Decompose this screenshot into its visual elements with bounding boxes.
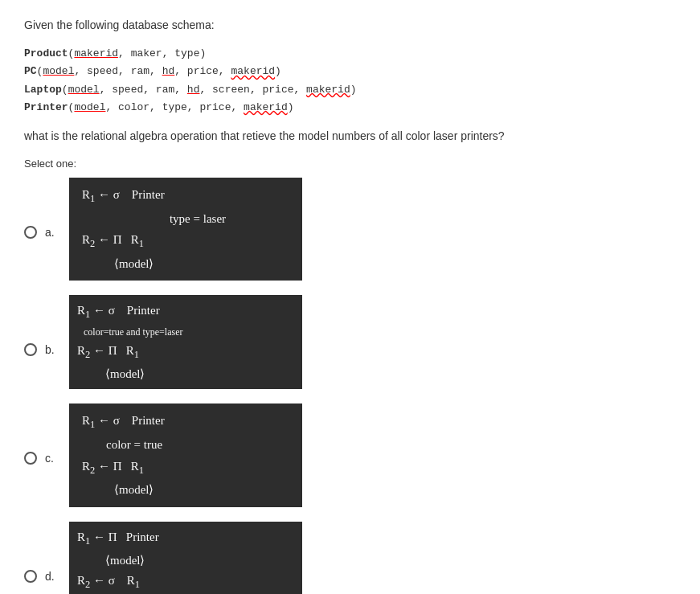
option-c-line3: R2 ← Π R1 — [82, 457, 289, 478]
option-d-item: d. R1 ← Π Printer ⟨model⟩ R2 ← σ R1 colo… — [24, 522, 676, 594]
option-a-line1: R1 ← σ Printer — [82, 186, 289, 207]
schema-printer: Printer(model, color, type, price, maker… — [24, 99, 676, 117]
option-d-line2: ⟨model⟩ — [77, 551, 294, 570]
option-a-radio[interactable] — [24, 226, 37, 239]
option-d-box[interactable]: R1 ← Π Printer ⟨model⟩ R2 ← σ R1 color=t… — [69, 522, 302, 594]
option-a-box[interactable]: R1 ← σ Printer type = laser R2 ← Π R1 ⟨m… — [69, 178, 302, 281]
option-c-line2: color = true — [82, 436, 289, 454]
select-one-label: Select one: — [24, 158, 676, 170]
option-b-line1: R1 ← σ Printer — [77, 301, 294, 322]
option-b-line4: ⟨model⟩ — [77, 365, 294, 383]
option-b-box[interactable]: R1 ← σ Printer color=true and type=laser… — [69, 295, 302, 389]
option-d-line1: R1 ← Π Printer — [77, 528, 294, 549]
option-d-radio[interactable] — [24, 570, 37, 583]
option-c-line4: ⟨model⟩ — [82, 481, 289, 499]
option-d-line3: R2 ← σ R1 — [77, 571, 294, 592]
option-c-label: c. — [45, 452, 61, 465]
schema-laptop: Laptop(model, speed, ram, hd, screen, pr… — [24, 81, 676, 99]
option-a-item: a. R1 ← σ Printer type = laser R2 ← Π R1… — [24, 178, 676, 281]
schema-product: Product(makerid, maker, type) — [24, 45, 676, 63]
option-a-line2: type = laser — [82, 210, 289, 228]
option-b-radio[interactable] — [24, 343, 37, 356]
option-c-item: c. R1 ← σ Printer color = true R2 ← Π R1… — [24, 404, 676, 507]
option-b-item: b. R1 ← σ Printer color=true and type=la… — [24, 295, 676, 389]
option-b-line3: R2 ← Π R1 — [77, 342, 294, 363]
option-b-line2: color=true and type=laser — [77, 325, 294, 339]
options-list: a. R1 ← σ Printer type = laser R2 ← Π R1… — [24, 178, 676, 594]
option-c-box[interactable]: R1 ← σ Printer color = true R2 ← Π R1 ⟨m… — [69, 404, 302, 507]
option-d-label: d. — [45, 570, 61, 583]
option-c-radio[interactable] — [24, 452, 37, 465]
schema-pc: PC(model, speed, ram, hd, price, makerid… — [24, 63, 676, 80]
schema-block: Product(makerid, maker, type) PC(model, … — [24, 45, 676, 116]
option-b-label: b. — [45, 343, 61, 356]
intro-text: Given the following database schema: — [24, 16, 676, 34]
option-a-label: a. — [45, 226, 61, 239]
question-text: what is the relational algebra operation… — [24, 128, 676, 145]
option-a-line4: ⟨model⟩ — [82, 255, 289, 273]
option-c-line1: R1 ← σ Printer — [82, 412, 289, 432]
option-a-line3: R2 ← Π R1 — [82, 231, 289, 252]
